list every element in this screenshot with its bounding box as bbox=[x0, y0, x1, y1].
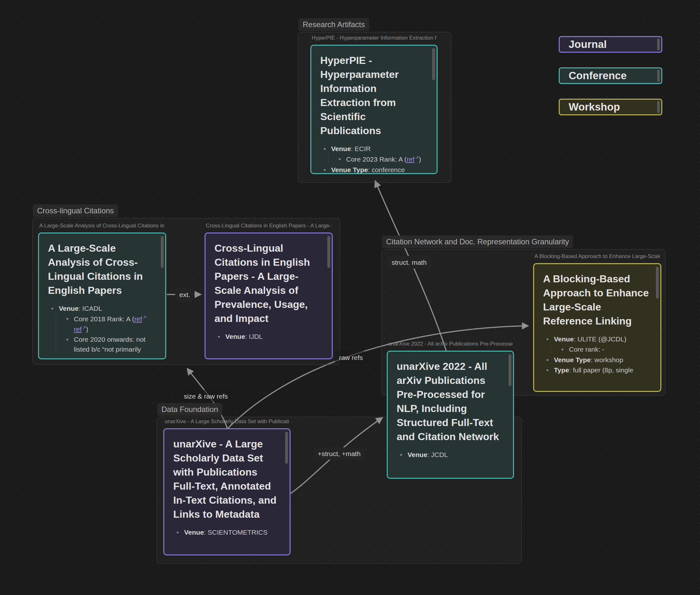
bullet-item: Core 2023 Rank: A (ref↗) bbox=[335, 154, 428, 164]
scrollbar-thumb[interactable] bbox=[327, 236, 330, 268]
card-header-cl-analysis: A Large-Scale Analysis of Cross-Lingual … bbox=[39, 223, 165, 228]
bullet-sublist: Core 2018 Rank: A (ref↗ ref↗)Core 2020 o… bbox=[63, 314, 157, 354]
card-header-hyperpie: HyperPIE - Hyperparameter Information Ex… bbox=[312, 35, 436, 40]
card-cl-analysis[interactable]: A Large-Scale Analysis of Cross-Lingual … bbox=[38, 232, 166, 359]
ref-link[interactable]: ref bbox=[134, 315, 142, 322]
card-title-unarxive-2022: unarXive 2022 - All arXiv Publications P… bbox=[397, 359, 505, 444]
group-label-research-artifacts[interactable]: Research Artifacts bbox=[299, 18, 369, 31]
bullet-list: Venue: SCIENTOMETRICS bbox=[173, 528, 281, 537]
scrollbar-thumb[interactable] bbox=[509, 354, 511, 386]
bullet-list: Venue: IJDL bbox=[214, 332, 323, 341]
card-header-blocking: A Blocking-Based Approach to Enhance Lar… bbox=[534, 254, 660, 259]
bullet-item: Venue: ULITE (@JCDL)Core rank: - bbox=[543, 334, 652, 355]
bullet-text: Venue: ULITE (@JCDL) bbox=[554, 335, 626, 343]
bullet-text: Venue: IJDL bbox=[225, 333, 263, 340]
card-blocking[interactable]: A Blocking-Based Approach to Enhance Lar… bbox=[533, 263, 661, 392]
bullet-item: Venue Type: conference bbox=[320, 165, 428, 173]
card-title-hyperpie: HyperPIE - Hyperparameter Information Ex… bbox=[320, 53, 428, 138]
edge-label-size-raw-refs[interactable]: size & raw refs bbox=[180, 390, 232, 402]
bullet-sublist: Core rank: - bbox=[558, 345, 652, 354]
edge-label-struct-plus[interactable]: +struct, +math bbox=[314, 448, 365, 460]
card-content: unarXive - A Large Scholarly Data Set wi… bbox=[164, 429, 290, 555]
ref-link[interactable]: ref bbox=[74, 325, 82, 333]
bullet-item: Venue Type: workshop bbox=[543, 355, 652, 365]
bullet-sublist: Core 2023 Rank: A (ref↗) bbox=[335, 154, 428, 164]
card-content: Cross-Lingual Citations in English Paper… bbox=[206, 233, 332, 358]
bullet-text: Type: full paper (8p, single bbox=[554, 366, 633, 374]
legend-card-workshop[interactable]: Workshop bbox=[559, 99, 662, 115]
scrollbar-thumb[interactable] bbox=[657, 38, 660, 51]
card-content: unarXive 2022 - All arXiv Publications P… bbox=[388, 351, 513, 478]
bullet-item: Venue: ECIRCore 2023 Rank: A (ref↗) bbox=[320, 144, 428, 165]
card-unarxive-2022[interactable]: unarXive 2022 - All arXiv Publications P… bbox=[387, 351, 514, 479]
bullet-text: Venue Type: workshop bbox=[554, 356, 623, 364]
external-link-icon: ↗ bbox=[143, 315, 147, 320]
bullet-text: Venue Type: conference bbox=[331, 166, 405, 173]
bullet-item: Core rank: - bbox=[558, 345, 652, 354]
scrollbar-thumb[interactable] bbox=[657, 101, 660, 113]
bullet-key: Venue Type bbox=[331, 166, 368, 173]
external-link-icon: ↗ bbox=[415, 155, 419, 160]
bullet-key: Venue bbox=[554, 335, 574, 343]
edge-label-ext[interactable]: ext. bbox=[175, 288, 194, 301]
bullet-list: Venue: ICADLCore 2018 Rank: A (ref↗ ref↗… bbox=[48, 304, 157, 354]
edge-label-raw-refs[interactable]: raw refs bbox=[335, 351, 367, 364]
bullet-item: Venue: ICADLCore 2018 Rank: A (ref↗ ref↗… bbox=[48, 304, 157, 354]
card-header-unarxive-2022: unarXive 2022 - All arXiv Publications P… bbox=[388, 341, 513, 346]
bullet-key: Venue bbox=[225, 333, 245, 340]
bullet-text: Venue: SCIENTOMETRICS bbox=[184, 529, 268, 536]
card-hyperpie[interactable]: HyperPIE - Hyperparameter Information Ex… bbox=[311, 45, 437, 174]
group-label-citation-network[interactable]: Citation Network and Doc. Representation… bbox=[382, 235, 573, 248]
card-unarxive[interactable]: unarXive - A Large Scholarly Data Set wi… bbox=[163, 428, 291, 556]
bullet-item: Venue: SCIENTOMETRICS bbox=[173, 528, 281, 537]
group-label-data-foundation[interactable]: Data Foundation bbox=[157, 403, 222, 416]
bullet-list: Venue: JCDL bbox=[397, 450, 505, 460]
bullet-key: Venue bbox=[331, 145, 351, 152]
scrollbar-thumb[interactable] bbox=[161, 236, 164, 268]
bullet-item: Core 2018 Rank: A (ref↗ ref↗) bbox=[63, 314, 157, 334]
external-link-icon: ↗ bbox=[82, 325, 86, 330]
card-header-cl-citations: Cross-Lingual Citations in English Paper… bbox=[206, 223, 331, 228]
card-content: A Large-Scale Analysis of Cross-Lingual … bbox=[39, 233, 165, 358]
bullet-item: Core 2020 onwards: not listed b/c “not p… bbox=[63, 335, 157, 354]
bullet-item: Venue: JCDL bbox=[397, 450, 505, 460]
bullet-list: Venue: ULITE (@JCDL)Core rank: -Venue Ty… bbox=[543, 334, 652, 375]
bullet-key: Venue bbox=[407, 451, 427, 458]
scrollbar-thumb[interactable] bbox=[285, 432, 288, 464]
bullet-text: Venue: JCDL bbox=[407, 451, 448, 458]
bullet-text: Core 2020 onwards: not listed b/c “not p… bbox=[74, 336, 145, 352]
card-title-unarxive: unarXive - A Large Scholarly Data Set wi… bbox=[173, 437, 281, 521]
bullet-text: Core 2018 Rank: A (ref↗ ref↗) bbox=[74, 315, 146, 333]
legend-card-journal[interactable]: Journal bbox=[559, 36, 662, 53]
group-label-cross-lingual[interactable]: Cross-lingual Citations bbox=[33, 204, 118, 217]
card-title-cl-citations: Cross-Lingual Citations in English Paper… bbox=[214, 241, 323, 325]
card-title-cl-analysis: A Large-Scale Analysis of Cross-Lingual … bbox=[48, 241, 157, 298]
bullet-text: Venue: ICADL bbox=[59, 305, 102, 312]
edge-label-struct-math[interactable]: struct. math bbox=[387, 256, 431, 268]
bullet-text: Core 2023 Rank: A (ref↗) bbox=[346, 155, 421, 163]
ref-link[interactable]: ref bbox=[407, 155, 414, 163]
bullet-key: Venue bbox=[184, 529, 204, 536]
bullet-key: Type bbox=[554, 366, 569, 374]
card-content: HyperPIE - Hyperparameter Information Ex… bbox=[311, 46, 437, 173]
bullet-item: Type: full paper (8p, single bbox=[543, 365, 652, 375]
bullet-item: Venue: IJDL bbox=[214, 332, 323, 341]
card-cl-citations[interactable]: Cross-Lingual Citations in English Paper… bbox=[205, 232, 333, 359]
scrollbar-thumb[interactable] bbox=[657, 69, 660, 82]
legend-card-conference[interactable]: Conference bbox=[559, 67, 662, 84]
bullet-key: Venue Type bbox=[554, 356, 591, 364]
card-header-unarxive: unarXive - A Large Scholarly Data Set wi… bbox=[165, 419, 289, 424]
bullet-text: Venue: ECIR bbox=[331, 145, 371, 152]
scrollbar-thumb[interactable] bbox=[656, 267, 659, 299]
bullet-text: Core rank: - bbox=[569, 346, 604, 353]
bullet-key: Venue bbox=[59, 305, 79, 312]
card-content: A Blocking-Based Approach to Enhance Lar… bbox=[534, 264, 661, 391]
bullet-list: Venue: ECIRCore 2023 Rank: A (ref↗)Venue… bbox=[320, 144, 428, 173]
canvas[interactable]: Research ArtifactsCross-lingual Citation… bbox=[0, 0, 700, 595]
card-title-blocking: A Blocking-Based Approach to Enhance Lar… bbox=[543, 272, 652, 328]
scrollbar-thumb[interactable] bbox=[432, 48, 435, 80]
